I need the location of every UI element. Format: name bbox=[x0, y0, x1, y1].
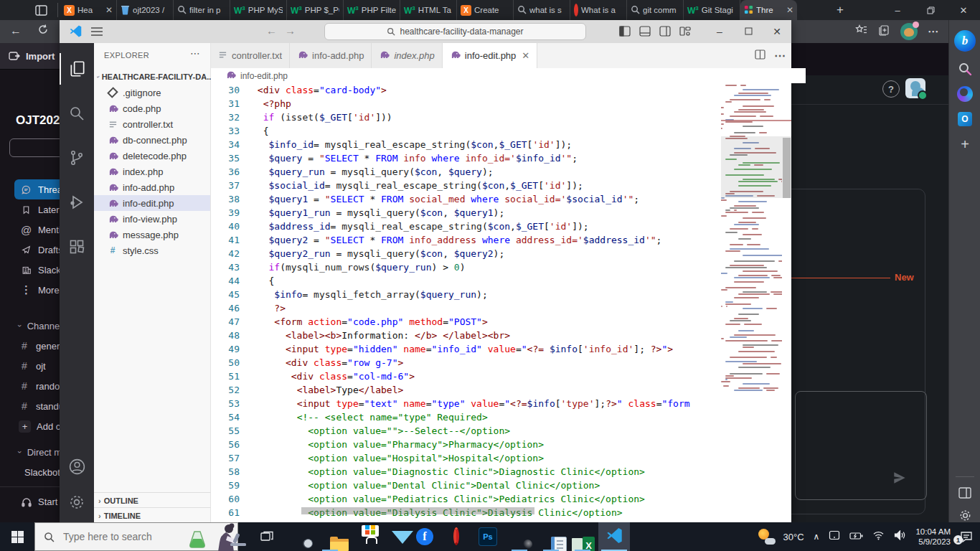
favorites-icon[interactable] bbox=[854, 24, 867, 39]
search-input[interactable] bbox=[62, 530, 172, 543]
activity-settings-icon[interactable] bbox=[60, 486, 94, 518]
browser-close-button[interactable]: ✕ bbox=[947, 0, 980, 20]
back-arrow-icon[interactable]: ← bbox=[266, 24, 277, 37]
browser-tab-8[interactable]: XCreate bbox=[457, 0, 514, 20]
browser-tab-7[interactable]: W3HTML Ta bbox=[400, 0, 457, 20]
taskbar-notepad[interactable] bbox=[535, 522, 567, 551]
file-controller.txt[interactable]: controller.txt bbox=[94, 116, 210, 132]
browser-tab-5[interactable]: W3PHP $_PO bbox=[287, 0, 344, 20]
taskbar-excel[interactable]: X bbox=[567, 522, 598, 551]
split-editor-icon[interactable] bbox=[755, 50, 765, 62]
file-info-edit.php[interactable]: info-edit.php bbox=[94, 195, 210, 211]
bing-icon[interactable]: b bbox=[954, 30, 976, 52]
root-folder[interactable]: ›HEALTHCARE-FACILITY-DA... bbox=[97, 69, 211, 85]
wifi-icon[interactable] bbox=[872, 530, 885, 543]
slack-search-input[interactable] bbox=[9, 138, 60, 157]
customize-layout-icon[interactable] bbox=[679, 26, 691, 39]
vertical-scrollbar[interactable] bbox=[782, 83, 791, 522]
browser-minimize-button[interactable]: – bbox=[881, 0, 914, 20]
weather-icon[interactable] bbox=[758, 529, 774, 545]
toggle-panel-icon[interactable] bbox=[639, 26, 651, 39]
refresh-icon[interactable] bbox=[37, 24, 49, 38]
editor-more-icon[interactable]: ⋯ bbox=[774, 49, 786, 62]
activity-account-icon[interactable] bbox=[60, 451, 94, 482]
browser-tab-10[interactable]: What is a bbox=[570, 0, 627, 20]
add-channels-button[interactable]: +Add channels bbox=[0, 416, 60, 436]
channel-random[interactable]: #random bbox=[0, 376, 60, 396]
taskbar-opera[interactable] bbox=[440, 522, 472, 551]
outlook-icon[interactable]: O bbox=[958, 112, 972, 126]
volume-icon[interactable] bbox=[894, 530, 906, 543]
tablet-mode-icon[interactable] bbox=[829, 530, 840, 543]
dm-slackbot[interactable]: Slackbot bbox=[0, 462, 60, 482]
vscode-maximize-button[interactable] bbox=[734, 20, 763, 42]
editor-tab-index.php[interactable]: index.php bbox=[372, 43, 442, 68]
explorer-more-icon[interactable]: ⋯ bbox=[190, 47, 200, 59]
taskbar-mail[interactable] bbox=[377, 522, 409, 551]
command-center-search[interactable]: healthcare-facility-data-manager bbox=[324, 23, 586, 40]
slack-nav-later[interactable]: Later bbox=[0, 199, 60, 220]
taskbar-visual-studio-code[interactable] bbox=[598, 522, 630, 551]
vscode-close-button[interactable]: ✕ bbox=[763, 20, 791, 42]
battery-icon[interactable] bbox=[849, 530, 863, 543]
menu-icon[interactable] bbox=[91, 26, 103, 39]
editor-tab-info-edit.php[interactable]: info-edit.php✕ bbox=[443, 43, 537, 68]
browser-tab-13[interactable]: Thre✕ bbox=[740, 0, 797, 20]
activity-explorer-icon[interactable] bbox=[60, 53, 94, 85]
file-.gitignore[interactable]: .gitignore bbox=[94, 85, 210, 100]
toggle-secondary-sidebar-icon[interactable] bbox=[659, 26, 671, 39]
panel-icon[interactable] bbox=[958, 487, 971, 499]
browser-tab-6[interactable]: W3PHP Filte bbox=[344, 0, 400, 20]
browser-tab-3[interactable]: filter in p bbox=[174, 0, 230, 20]
profile-avatar[interactable] bbox=[900, 23, 918, 40]
channel-ojt[interactable]: #ojt bbox=[0, 356, 60, 376]
tab-close-icon[interactable]: ✕ bbox=[785, 5, 793, 15]
collections-icon[interactable] bbox=[877, 24, 890, 39]
file-code.php[interactable]: code.php bbox=[94, 100, 210, 116]
slack-nav-slack-connect[interactable]: Slack Connect bbox=[0, 260, 60, 280]
member-avatar[interactable] bbox=[905, 78, 925, 98]
taskbar-edge-2[interactable] bbox=[504, 522, 535, 551]
slack-nav-drafts[interactable]: Drafts bbox=[0, 240, 60, 260]
channel-general[interactable]: #general bbox=[0, 336, 60, 356]
channel-standup[interactable]: #standup bbox=[0, 396, 60, 416]
activity-search-icon[interactable] bbox=[60, 98, 94, 129]
toggle-sidebar-icon[interactable] bbox=[619, 26, 631, 39]
breadcrumb[interactable]: info-edit.php bbox=[211, 68, 806, 83]
activity-run-debug-icon[interactable] bbox=[60, 187, 94, 218]
workspace-name[interactable]: OJT2023 bbox=[16, 113, 60, 128]
editor-tab-controller.txt[interactable]: controller.txt bbox=[211, 43, 290, 68]
browser-tab-4[interactable]: W3PHP MyS bbox=[230, 0, 287, 20]
new-tab-button[interactable]: + bbox=[832, 2, 848, 18]
start-button[interactable] bbox=[0, 522, 34, 551]
clock[interactable]: 10:04 AM 5/9/2023 bbox=[915, 527, 951, 547]
send-icon[interactable] bbox=[892, 470, 908, 489]
browser-tab-1[interactable]: XHea✕ bbox=[60, 0, 117, 20]
hidden-icons-chevron[interactable]: ∧ bbox=[814, 532, 820, 542]
task-view-button[interactable] bbox=[251, 522, 283, 551]
taskbar-file-explorer[interactable] bbox=[314, 522, 346, 551]
taskbar-search[interactable] bbox=[34, 522, 238, 551]
browser-tab-11[interactable]: git comm bbox=[627, 0, 684, 20]
channels-header[interactable]: ›Channels bbox=[0, 316, 60, 336]
browser-tab-2[interactable]: ojt2023 / bbox=[117, 0, 174, 20]
forward-arrow-icon[interactable]: → bbox=[285, 24, 296, 37]
search-icon[interactable] bbox=[958, 62, 972, 76]
taskbar-photoshop[interactable]: Ps bbox=[472, 522, 504, 551]
browser-restore-button[interactable] bbox=[914, 0, 947, 20]
file-deletecode.php[interactable]: deletecode.php bbox=[94, 148, 210, 164]
vertical-tabs-button[interactable] bbox=[32, 3, 58, 17]
slack-nav-mentions[interactable]: @Mentions bbox=[0, 220, 60, 240]
tab-close-icon[interactable]: ✕ bbox=[522, 50, 529, 61]
file-message.php[interactable]: message.php bbox=[94, 227, 210, 242]
timeline-section[interactable]: ›TIMELINE bbox=[94, 507, 215, 523]
editor-tab-info-add.php[interactable]: info-add.php bbox=[290, 43, 372, 68]
activity-extensions-icon[interactable] bbox=[60, 231, 94, 263]
temperature[interactable]: 30°C bbox=[783, 532, 804, 542]
taskbar-microsoft-store[interactable] bbox=[346, 522, 377, 551]
notification-center-button[interactable]: 1 bbox=[960, 531, 973, 542]
code-editor[interactable]: 30 <div class="card-body">31 <?php32 if … bbox=[211, 83, 791, 522]
file-index.php[interactable]: index.php bbox=[94, 164, 210, 179]
activity-source-control-icon[interactable] bbox=[60, 142, 94, 174]
browser-tab-9[interactable]: what is s bbox=[514, 0, 570, 20]
